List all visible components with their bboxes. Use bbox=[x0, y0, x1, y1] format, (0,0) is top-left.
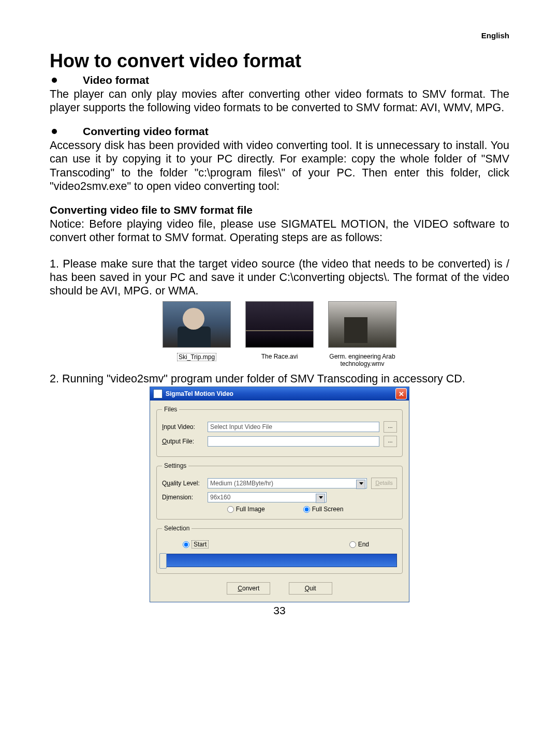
selection-slider[interactable] bbox=[162, 554, 397, 567]
browse-input-button[interactable]: ... bbox=[384, 421, 397, 433]
dimension-combo[interactable]: 96x160 bbox=[208, 492, 327, 502]
full-screen-radio[interactable]: Full Screen bbox=[303, 506, 344, 513]
files-group: Files Input Video: ... Output File: ... bbox=[156, 406, 403, 457]
dimension-value: 96x160 bbox=[210, 494, 230, 501]
radio-label: Start bbox=[192, 540, 209, 549]
input-video-field[interactable] bbox=[208, 422, 379, 432]
notice-text: Notice: Before playing video file, pleas… bbox=[50, 217, 509, 245]
thumbnail-label: Germ. engineering Arab technology.wmv bbox=[329, 353, 395, 367]
section-body: The player can only play movies after co… bbox=[50, 87, 509, 115]
bullet-icon bbox=[52, 129, 57, 134]
heading-text: Converting video format bbox=[83, 125, 209, 138]
quality-value: Medium (128MByte/hr) bbox=[210, 480, 273, 487]
output-file-label: Output File: bbox=[162, 438, 203, 445]
end-radio[interactable]: End bbox=[349, 541, 369, 548]
input-video-label: Input Video: bbox=[162, 423, 203, 431]
start-radio[interactable]: Start bbox=[183, 540, 209, 549]
radio-label: Full Screen bbox=[312, 506, 344, 513]
files-legend: Files bbox=[162, 406, 179, 413]
convert-button[interactable]: Convert bbox=[227, 582, 270, 595]
section-heading-converting: Converting video format bbox=[50, 125, 509, 138]
browse-output-button[interactable]: ... bbox=[384, 436, 397, 447]
subheading-converting-file: Converting video file to SMV format file bbox=[50, 204, 509, 216]
slider-thumb[interactable] bbox=[159, 553, 167, 569]
dialog-titlebar: SigmaTel Motion Video ✕ bbox=[150, 387, 409, 401]
step-2: 2. Running "video2smv" program under fol… bbox=[50, 372, 509, 386]
step-1: 1. Please make sure that the target vide… bbox=[50, 257, 509, 298]
document-page: English How to convert video format Vide… bbox=[0, 0, 559, 632]
thumbnail-image bbox=[163, 301, 231, 348]
details-button: Details bbox=[371, 478, 397, 489]
thumbnail-image bbox=[328, 301, 396, 348]
thumbnail-label: Ski_Trip.mpg bbox=[177, 353, 216, 361]
dimension-label: Dimension: bbox=[162, 494, 203, 501]
thumbnail: The Race.avi bbox=[243, 301, 316, 368]
selection-legend: Selection bbox=[162, 525, 192, 532]
bullet-icon bbox=[52, 78, 57, 83]
quality-combo[interactable]: Medium (128MByte/hr) bbox=[208, 478, 367, 488]
radio-label: End bbox=[358, 541, 369, 548]
thumbnail: Ski_Trip.mpg bbox=[160, 301, 233, 368]
settings-legend: Settings bbox=[162, 462, 188, 469]
settings-group: Settings Quality Level: Medium (128MByte… bbox=[156, 462, 403, 520]
heading-text: Video format bbox=[83, 74, 149, 86]
chevron-down-icon bbox=[359, 482, 363, 485]
app-icon bbox=[153, 389, 163, 398]
radio-label: Full Image bbox=[236, 506, 265, 513]
thumbnail: Germ. engineering Arab technology.wmv bbox=[326, 301, 399, 368]
quit-button[interactable]: Quit bbox=[289, 582, 332, 595]
chevron-down-icon bbox=[319, 496, 323, 499]
thumbnail-image bbox=[245, 301, 314, 348]
section-body: Accessory disk has been provided with vi… bbox=[50, 139, 509, 194]
close-icon[interactable]: ✕ bbox=[395, 388, 407, 399]
sigmatel-dialog: SigmaTel Motion Video ✕ Files Input Vide… bbox=[150, 387, 409, 602]
page-title: How to convert video format bbox=[50, 50, 509, 72]
thumbnail-label: The Race.avi bbox=[261, 353, 298, 360]
page-number: 33 bbox=[50, 604, 509, 617]
dialog-title: SigmaTel Motion Video bbox=[166, 390, 233, 397]
output-file-field[interactable] bbox=[208, 436, 379, 447]
selection-group: Selection Start End bbox=[156, 525, 403, 574]
full-image-radio[interactable]: Full Image bbox=[227, 506, 265, 513]
thumbnail-row: Ski_Trip.mpg The Race.avi Germ. engineer… bbox=[50, 301, 509, 368]
section-heading-video-format: Video format bbox=[50, 74, 509, 86]
language-label: English bbox=[50, 31, 509, 40]
quality-label: Quality Level: bbox=[162, 480, 203, 487]
